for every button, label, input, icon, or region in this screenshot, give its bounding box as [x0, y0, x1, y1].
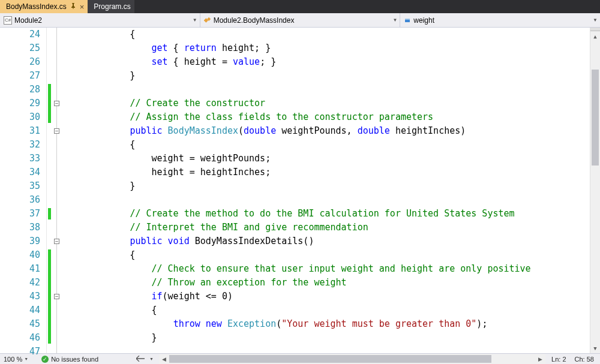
line-number: 25: [0, 41, 40, 55]
cursor-position: Ln: 2 Ch: 58: [545, 356, 600, 363]
code-line: // Check to ensure that user input weigh…: [65, 262, 590, 276]
nav-member-label: weight: [413, 16, 434, 25]
nav-project-label: Module2: [14, 16, 42, 25]
line-number: 45: [0, 317, 40, 331]
scroll-thumb[interactable]: [592, 70, 599, 166]
code-line: height = heightInches;: [65, 166, 590, 179]
line-number: 46: [0, 331, 40, 345]
nav-class-label: Module2.BodyMassIndex: [214, 16, 295, 25]
line-number: 31: [0, 124, 40, 138]
issues-indicator[interactable]: ✓ No issues found: [41, 356, 98, 363]
nav-project-dropdown[interactable]: C# Module2 ▼: [0, 13, 200, 27]
line-number: 24: [0, 28, 40, 41]
class-icon: [204, 17, 211, 24]
svg-rect-3: [405, 19, 410, 20]
scroll-right-button[interactable]: ▶: [535, 356, 545, 362]
line-number: 34: [0, 166, 40, 179]
tab-label: Program.cs: [94, 2, 130, 11]
field-icon: [404, 17, 411, 24]
fold-toggle[interactable]: −: [54, 239, 59, 244]
scroll-up-button[interactable]: ▲: [590, 31, 600, 41]
fold-column: −−−−: [53, 28, 64, 353]
code-content[interactable]: { get { return height; } set { height = …: [64, 28, 590, 353]
line-number: 27: [0, 69, 40, 83]
change-marker: [48, 208, 51, 219]
csharp-icon: C#: [4, 16, 12, 25]
code-line: get { return height; }: [65, 41, 590, 55]
nav-member-dropdown[interactable]: weight ▼: [400, 13, 600, 27]
code-line: {: [65, 248, 590, 262]
line-number: 28: [0, 83, 40, 97]
code-line: weight = weightPounds;: [65, 152, 590, 166]
horizontal-scrollbar[interactable]: ◀ ▶: [159, 354, 545, 364]
chevron-down-icon: ▼: [193, 17, 197, 23]
nav-back-button[interactable]: [134, 356, 146, 363]
line-number: 33: [0, 152, 40, 166]
nav-class-dropdown[interactable]: Module2.BodyMassIndex ▼: [200, 13, 401, 27]
code-line: [65, 345, 590, 353]
code-line: }: [65, 179, 590, 193]
code-line: set { height = value; }: [65, 55, 590, 69]
code-line: // Create the constructor: [65, 97, 590, 110]
line-number: 29: [0, 97, 40, 110]
line-number: 41: [0, 262, 40, 276]
fold-toggle[interactable]: −: [54, 101, 59, 106]
scroll-thumb[interactable]: [169, 355, 491, 363]
line-number: 35: [0, 179, 40, 193]
editor-area: 2425262728293031323334353637383940414243…: [0, 28, 600, 353]
fold-toggle[interactable]: −: [54, 294, 59, 299]
nav-dropdown-button[interactable]: ▼: [148, 357, 155, 361]
code-line: throw new Exception("Your weight must be…: [65, 317, 590, 331]
tab-label: BodyMassIndex.cs: [6, 2, 67, 11]
code-line: [65, 193, 590, 207]
issues-label: No issues found: [51, 356, 98, 363]
status-row: 100 % ▼ ✓ No issues found ▼ ◀ ▶ Ln: 2 Ch…: [0, 353, 600, 364]
line-number: 42: [0, 276, 40, 290]
line-number: 26: [0, 55, 40, 69]
tab-bodymassindex[interactable]: BodyMassIndex.cs ×: [0, 0, 88, 13]
tab-program[interactable]: Program.cs: [88, 0, 134, 13]
line-number: 40: [0, 248, 40, 262]
close-icon[interactable]: ×: [80, 2, 85, 11]
change-marker-column: [47, 28, 53, 353]
vertical-scrollbar[interactable]: ▲ ▼: [590, 28, 600, 353]
line-number: 44: [0, 303, 40, 317]
fold-guide-line: [56, 28, 57, 353]
code-line: {: [65, 303, 590, 317]
change-marker: [48, 84, 51, 123]
line-number: 47: [0, 345, 40, 359]
code-line: if(weight <= 0): [65, 290, 590, 303]
line-number: 30: [0, 110, 40, 124]
scroll-down-button[interactable]: ▼: [590, 343, 600, 353]
code-line: {: [65, 138, 590, 152]
line-number: 43: [0, 290, 40, 303]
code-line: public BodyMassIndex(double weightPounds…: [65, 124, 590, 138]
code-line: }: [65, 69, 590, 83]
ok-icon: ✓: [41, 356, 49, 363]
tabs-row: BodyMassIndex.cs × Program.cs: [0, 0, 600, 13]
line-number: 37: [0, 207, 40, 221]
scroll-left-button[interactable]: ◀: [159, 356, 169, 362]
code-line: [65, 83, 590, 97]
line-number: 38: [0, 221, 40, 234]
line-number: 39: [0, 234, 40, 248]
line-number-gutter: 2425262728293031323334353637383940414243…: [0, 28, 47, 353]
code-line: public void BodyMassIndexDetails(): [65, 234, 590, 248]
nav-row: C# Module2 ▼ Module2.BodyMassIndex ▼ wei…: [0, 13, 600, 28]
fold-toggle[interactable]: −: [54, 128, 59, 134]
code-line: // Create the method to do the BMI calcu…: [65, 207, 590, 221]
chevron-down-icon: ▼: [593, 17, 598, 23]
code-line: }: [65, 331, 590, 345]
code-line: {: [65, 28, 590, 41]
pin-icon[interactable]: [70, 3, 76, 10]
code-line: // Assign the class fields to the constr…: [65, 110, 590, 124]
nav-arrows: ▼: [134, 356, 155, 363]
code-line: // Throw an exception for the weight: [65, 276, 590, 290]
change-marker: [48, 249, 51, 344]
chevron-down-icon: ▼: [392, 17, 397, 23]
line-number: 36: [0, 193, 40, 207]
line-number: 32: [0, 138, 40, 152]
scroll-track[interactable]: [169, 354, 535, 364]
code-line: // Interpret the BMI and give recommenda…: [65, 221, 590, 234]
